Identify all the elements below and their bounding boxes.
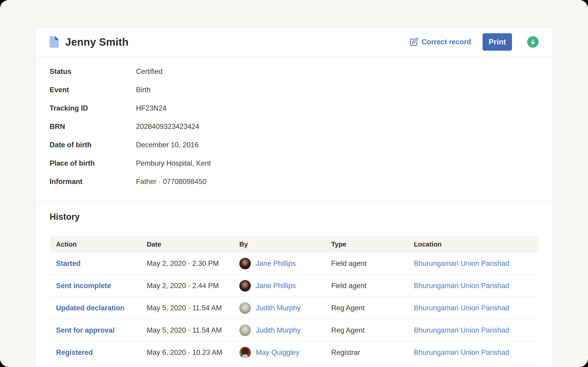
page-title: Jenny Smith bbox=[65, 36, 129, 48]
action-link[interactable]: Started bbox=[56, 259, 81, 267]
field-value: 2028409323423424 bbox=[136, 123, 199, 131]
history-table-header: Action Date By Type Location bbox=[50, 236, 539, 252]
document-icon bbox=[50, 36, 59, 48]
field-row-date-of-birth: Date of birth December 10, 2016 bbox=[50, 136, 539, 154]
location-link[interactable]: Bhurungamari Union Parishad bbox=[414, 304, 509, 312]
user-link[interactable]: Judith Murphy bbox=[256, 326, 301, 334]
row-type: Field agent bbox=[331, 259, 414, 268]
field-value: Birth bbox=[136, 86, 151, 94]
row-date: May 6, 2020 · 10.23 AM bbox=[147, 348, 239, 357]
record-card: Jenny Smith Correct record Print bbox=[35, 27, 553, 367]
table-row: Started May 2, 2020 · 2.30 PM Jane Phill… bbox=[50, 252, 539, 275]
correct-record-label: Correct record bbox=[422, 38, 471, 46]
history-heading: History bbox=[50, 212, 539, 222]
column-header-action: Action bbox=[56, 241, 147, 248]
row-date: May 2, 2020 · 2.30 PM bbox=[147, 259, 239, 268]
record-header: Jenny Smith Correct record Print bbox=[35, 27, 553, 57]
column-header-type: Type bbox=[331, 241, 414, 248]
table-row: Updated declaration May 5, 2020 · 11.54 … bbox=[50, 297, 539, 319]
field-label: BRN bbox=[50, 123, 136, 131]
column-header-by: By bbox=[239, 241, 331, 248]
field-value: Pembury Hospital, Kent bbox=[136, 159, 211, 167]
user-avatar bbox=[239, 280, 251, 292]
location-link[interactable]: Bhurungamari Union Parishad bbox=[414, 259, 509, 267]
download-button[interactable] bbox=[527, 36, 539, 48]
table-row: Registered May 6, 2020 · 10.23 AM May Qu… bbox=[50, 342, 539, 364]
field-row-status: Status Certified bbox=[50, 62, 539, 81]
row-date: May 5, 2020 · 11.54 AM bbox=[147, 304, 239, 312]
edit-icon bbox=[409, 37, 418, 47]
user-avatar bbox=[239, 347, 251, 358]
location-link[interactable]: Bhurungamari Union Parishad bbox=[414, 326, 509, 334]
field-label: Place of birth bbox=[50, 159, 136, 167]
record-info: Status Certified Event Birth Tracking ID… bbox=[35, 57, 553, 201]
row-type: Registrar bbox=[331, 348, 414, 357]
location-link[interactable]: Bhurungamari Union Parishad bbox=[414, 348, 509, 357]
field-label: Date of birth bbox=[50, 141, 136, 149]
arrow-down-icon bbox=[530, 39, 536, 45]
history-table: Action Date By Type Location Started May… bbox=[50, 236, 539, 364]
action-link[interactable]: Sent incomplete bbox=[56, 282, 111, 290]
field-row-event: Event Birth bbox=[50, 81, 539, 99]
field-label: Tracking ID bbox=[50, 104, 136, 112]
user-avatar bbox=[239, 258, 251, 269]
app-background: Jenny Smith Correct record Print bbox=[0, 0, 588, 367]
header-actions: Correct record Print bbox=[409, 33, 539, 51]
correct-record-button[interactable]: Correct record bbox=[409, 37, 471, 47]
row-date: May 5, 2020 · 11.54 AM bbox=[147, 326, 239, 334]
action-link[interactable]: Updated declaration bbox=[56, 304, 124, 312]
user-avatar bbox=[239, 302, 251, 314]
column-header-date: Date bbox=[147, 241, 239, 248]
row-type: Reg Agent bbox=[331, 304, 414, 312]
print-button[interactable]: Print bbox=[483, 33, 512, 51]
user-avatar bbox=[239, 325, 251, 336]
field-value: Certified bbox=[136, 67, 162, 76]
column-header-location: Location bbox=[414, 241, 532, 248]
user-link[interactable]: Jane Phillips bbox=[256, 282, 296, 290]
field-label: Event bbox=[50, 86, 136, 94]
field-value: Father · 07708098450 bbox=[136, 177, 207, 186]
history-section: History Action Date By Type Location Sta… bbox=[35, 201, 553, 364]
row-date: May 2, 2020 · 2.44 PM bbox=[147, 282, 239, 290]
table-row: Sent incomplete May 2, 2020 · 2.44 PM Ja… bbox=[50, 275, 539, 297]
field-value: December 10, 2016 bbox=[136, 141, 199, 149]
field-label: Status bbox=[50, 67, 136, 76]
field-label: Informant bbox=[50, 177, 136, 186]
field-row-brn: BRN 2028409323423424 bbox=[50, 117, 539, 136]
user-link[interactable]: Jane Phillips bbox=[256, 259, 296, 268]
field-row-place-of-birth: Place of birth Pembury Hospital, Kent bbox=[50, 154, 539, 173]
row-type: Field agent bbox=[331, 282, 414, 290]
table-row: Sent for approval May 5, 2020 · 11.54 AM… bbox=[50, 319, 539, 342]
user-link[interactable]: May Quiggley bbox=[256, 348, 300, 357]
row-type: Reg Agent bbox=[331, 326, 414, 334]
location-link[interactable]: Bhurungamari Union Parishad bbox=[414, 282, 509, 290]
field-row-tracking-id: Tracking ID HF23N24 bbox=[50, 99, 539, 117]
action-link[interactable]: Sent for approval bbox=[56, 326, 115, 334]
field-row-informant: Informant Father · 07708098450 bbox=[50, 173, 539, 191]
user-link[interactable]: Judith Murphy bbox=[256, 304, 301, 312]
field-value: HF23N24 bbox=[136, 104, 166, 112]
action-link[interactable]: Registered bbox=[56, 348, 93, 357]
